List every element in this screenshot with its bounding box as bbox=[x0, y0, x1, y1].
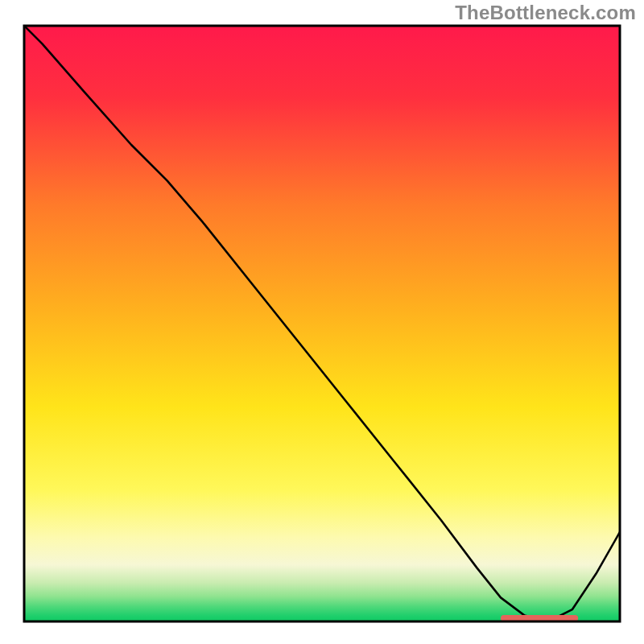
gradient-background bbox=[24, 26, 620, 621]
plot-area bbox=[24, 26, 620, 621]
bottleneck-chart bbox=[0, 0, 644, 644]
chart-stage: TheBottleneck.com bbox=[0, 0, 644, 644]
